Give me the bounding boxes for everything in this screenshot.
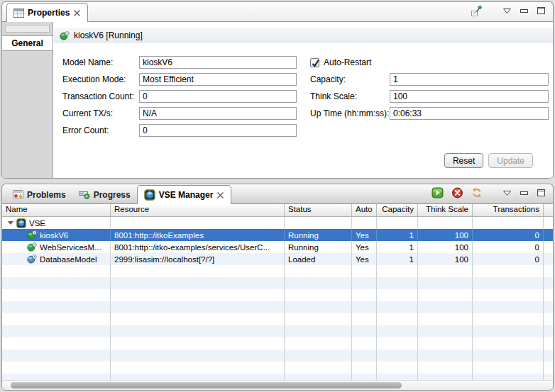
current-tx-field[interactable]	[139, 107, 297, 120]
side-tab-strip: General	[2, 22, 53, 178]
table-row-databasemodel[interactable]: DatabaseModel2999:lisasim://localhost[?/…	[2, 253, 553, 265]
refresh-icon[interactable]	[471, 187, 483, 198]
form-left-column: Model Name: Execution Mode: Transaction …	[62, 56, 297, 141]
maximize-icon[interactable]	[537, 6, 546, 15]
row-label: DatabaseModel	[40, 255, 97, 264]
column-header-status[interactable]: Status	[285, 204, 352, 216]
cell-status: Loaded	[285, 253, 352, 265]
field-label: Capacity:	[310, 74, 390, 84]
error-count-field[interactable]	[139, 124, 297, 137]
cell-filler	[544, 253, 553, 265]
cell-auto	[352, 217, 377, 229]
table-row-empty	[2, 374, 553, 380]
cell-name	[2, 289, 111, 301]
up-time-field[interactable]	[390, 107, 549, 120]
view-menu-icon[interactable]	[502, 190, 512, 196]
execution-mode-field[interactable]	[139, 73, 297, 86]
form-buttons: Reset Update	[444, 153, 533, 168]
view-menu-icon[interactable]	[502, 8, 512, 14]
scrollbar-thumb[interactable]	[11, 382, 402, 388]
column-header-capacity[interactable]: Capacity	[377, 204, 418, 216]
expander-icon[interactable]	[8, 221, 13, 225]
transaction-count-field[interactable]	[139, 90, 297, 103]
side-tab-spacer	[5, 25, 50, 33]
model-title: kioskV6 [Running]	[74, 30, 143, 40]
model-title-bar: kioskV6 [Running]	[54, 28, 553, 43]
tab-vse-manager[interactable]: VSE Manager	[137, 185, 232, 204]
cell-filler	[544, 265, 553, 277]
cell-think_scale	[418, 325, 473, 337]
properties-body: General kioskV6 [Running] Model Name: Ex…	[1, 21, 554, 179]
cell-think_scale: 100	[418, 229, 473, 241]
vse-manager-body: NameResourceStatusAutoCapacityThink Scal…	[1, 203, 554, 391]
field-label: Up Time (hh:mm:ss):	[310, 108, 390, 118]
reset-button[interactable]: Reset	[444, 153, 483, 168]
update-button[interactable]: Update	[488, 153, 533, 168]
run-icon[interactable]	[432, 187, 444, 198]
table-row-kioskv6[interactable]: kioskV68001:http::/itkoExamplesRunningYe…	[2, 229, 553, 241]
horizontal-scrollbar[interactable]	[2, 380, 553, 390]
cell-capacity	[377, 362, 418, 374]
table-row-vse[interactable]: VSE	[2, 217, 553, 229]
cell-auto	[352, 374, 377, 380]
up-time-row: Up Time (hh:mm:ss):	[310, 107, 549, 120]
cell-auto	[352, 313, 377, 325]
cell-think_scale	[418, 337, 473, 349]
field-label: Current TX/s:	[62, 108, 139, 118]
tab-progress[interactable]: Progress	[72, 186, 137, 203]
table-row-webservicesm-[interactable]: WebServicesM...8001:http::/itko-examples…	[2, 241, 553, 253]
cell-auto	[352, 337, 377, 349]
column-header-transactions[interactable]: Transactions	[473, 204, 544, 216]
tab-general[interactable]: General	[2, 35, 53, 51]
pin-icon[interactable]	[471, 5, 483, 17]
close-icon[interactable]	[216, 191, 224, 199]
cell-capacity	[377, 325, 418, 337]
cell-transactions	[473, 289, 544, 301]
stop-icon[interactable]	[451, 187, 463, 198]
column-header-auto[interactable]: Auto	[352, 204, 377, 216]
cell-capacity: 1	[377, 229, 418, 241]
cell-name	[2, 277, 111, 289]
model-loaded-icon	[27, 254, 37, 264]
minimize-icon[interactable]	[520, 7, 529, 14]
cell-resource	[111, 313, 285, 325]
close-icon[interactable]	[73, 9, 81, 17]
cell-transactions	[473, 349, 544, 362]
cell-think_scale	[418, 349, 473, 362]
cell-transactions: 0	[473, 229, 544, 241]
cell-filler	[544, 325, 553, 337]
cell-status	[285, 265, 352, 277]
table-row-empty	[2, 289, 553, 301]
cell-transactions	[473, 277, 544, 289]
minimize-icon[interactable]	[520, 189, 529, 196]
cell-status	[285, 337, 352, 349]
cell-name: DatabaseModel	[2, 253, 111, 265]
execution-mode-row: Execution Mode:	[62, 73, 297, 86]
table-header: NameResourceStatusAutoCapacityThink Scal…	[2, 204, 553, 217]
cell-capacity: 1	[377, 253, 418, 265]
cell-capacity	[377, 265, 418, 277]
auto-restart-checkbox[interactable]	[310, 58, 319, 67]
properties-view: Properties General	[1, 1, 554, 179]
think-scale-field[interactable]	[390, 90, 549, 103]
cell-think_scale	[418, 362, 473, 374]
column-header-name[interactable]: Name	[2, 204, 111, 216]
maximize-icon[interactable]	[537, 189, 546, 197]
table-body: VSEkioskV68001:http::/itkoExamplesRunnin…	[2, 217, 553, 380]
tab-problems[interactable]: Problems	[6, 186, 72, 203]
model-name-field[interactable]	[139, 56, 297, 69]
cell-name: WebServicesM...	[2, 241, 111, 253]
cell-status	[285, 217, 352, 229]
tab-label: Problems	[27, 190, 66, 200]
capacity-field[interactable]	[390, 73, 549, 86]
table-row-empty	[2, 349, 553, 362]
tab-properties[interactable]: Properties	[6, 3, 88, 22]
tab-label: Progress	[94, 190, 131, 200]
cell-status	[285, 325, 352, 337]
cell-auto	[352, 325, 377, 337]
column-header-resource[interactable]: Resource	[111, 204, 285, 216]
vse-manager-view: Problems Progress VSE Manager	[1, 184, 554, 391]
cell-resource: 2999:lisasim://localhost[?/?]	[111, 253, 285, 265]
cell-resource	[111, 362, 285, 374]
column-header-think_scale[interactable]: Think Scale	[418, 204, 473, 216]
